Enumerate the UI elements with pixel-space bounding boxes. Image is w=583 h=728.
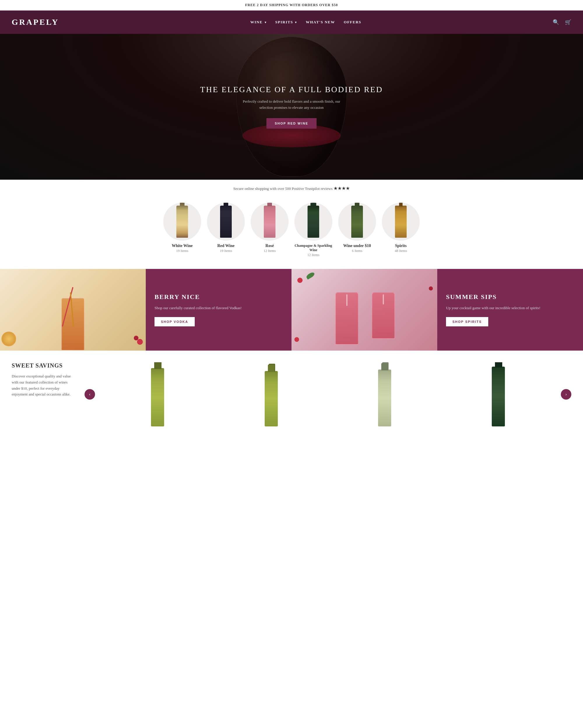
category-name-spirits: Spirits	[395, 243, 407, 248]
promo-berry-nice: BERRY NICE Shop our carefully curated co…	[0, 269, 292, 350]
savings-text: SWEET SAVINGS Discover exceptional quali…	[12, 362, 76, 397]
category-circle-budget-wine	[338, 203, 376, 241]
cart-icon[interactable]: 🛒	[565, 19, 571, 25]
category-red-wine[interactable]: Red Wine 19 Items	[207, 203, 245, 257]
category-name-champagne: Champagne & Sparkling Wine	[295, 243, 332, 252]
header-icons: 🔍 🛒	[553, 19, 571, 25]
promo-summer-sips: SUMMER SIPS Up your cocktail game with o…	[292, 269, 583, 350]
product-card-3[interactable]	[331, 362, 439, 426]
nav-wine[interactable]: WINE ▾	[250, 20, 267, 25]
star-rating: ★★★★	[333, 186, 350, 191]
shop-vodka-button[interactable]: SHOP VODKA	[155, 317, 195, 327]
berry-nice-bg	[0, 269, 146, 350]
product-card-4[interactable]	[445, 362, 552, 426]
promo-summer-sips-desc: Up your cocktail game with our incredibl…	[446, 305, 574, 311]
chevron-down-icon: ▾	[295, 21, 297, 24]
prev-products-button[interactable]: ‹	[85, 389, 95, 399]
nav-whats-new[interactable]: WHAT'S NEW	[306, 20, 335, 25]
promo-berry-nice-title: BERRY NICE	[155, 293, 283, 301]
category-circle-spirits	[382, 203, 420, 241]
category-count-spirits: 48 Items	[395, 249, 407, 253]
hero-title: THE ELEGANCE OF A FULL BODIED RED	[200, 85, 383, 94]
summer-sips-bg	[292, 269, 437, 350]
trust-text: Secure online shopping with over 500 Pos…	[233, 186, 332, 191]
hero-subtitle: Perfectly crafted to deliver bold flavor…	[242, 99, 341, 111]
bottle-rose-icon	[264, 206, 275, 238]
announcement-text: FREE 2 DAY SHIPPING WITH ORDERS OVER $50	[245, 3, 338, 7]
promo-berry-nice-image	[0, 269, 146, 350]
nav-offers[interactable]: OFFERS	[344, 20, 361, 25]
bottle-red-wine-icon	[220, 206, 232, 238]
bottle-budget-icon	[351, 206, 363, 238]
shop-spirits-button[interactable]: SHOP SPIRITS	[446, 317, 488, 327]
category-budget-wine[interactable]: Wine under $10 6 Items	[338, 203, 376, 257]
category-name-red-wine: Red Wine	[218, 243, 235, 248]
category-name-rose: Rosé	[266, 243, 274, 248]
sweet-savings-section: SWEET SAVINGS Discover exceptional quali…	[0, 350, 583, 438]
promo-berry-nice-desc: Shop our carefully curated collection of…	[155, 305, 283, 311]
hero-content: THE ELEGANCE OF A FULL BODIED RED Perfec…	[200, 85, 383, 129]
announcement-bar: FREE 2 DAY SHIPPING WITH ORDERS OVER $50	[0, 0, 583, 10]
promo-summer-sips-text: SUMMER SIPS Up your cocktail game with o…	[437, 269, 583, 350]
chevron-down-icon: ▾	[265, 21, 267, 24]
product-card-1[interactable]	[104, 362, 212, 426]
hero-section: THE ELEGANCE OF A FULL BODIED RED Perfec…	[0, 34, 583, 180]
shop-red-wine-button[interactable]: SHOP RED WINE	[267, 118, 316, 129]
header: GRAPELY WINE ▾ SPIRITS ▾ WHAT'S NEW OFFE…	[0, 10, 583, 34]
category-champagne[interactable]: Champagne & Sparkling Wine 12 Items	[295, 203, 332, 257]
category-name-budget-wine: Wine under $10	[343, 243, 371, 248]
savings-desc: Discover exceptional quality and value w…	[12, 373, 76, 397]
category-spirits[interactable]: Spirits 48 Items	[382, 203, 420, 257]
category-circle-white-wine	[163, 203, 201, 241]
next-products-button[interactable]: ›	[561, 389, 571, 399]
categories-section: White Wine 19 Items Red Wine 19 Items Ro…	[0, 197, 583, 269]
raspberry-drink-2	[372, 292, 395, 339]
category-circle-champagne	[295, 203, 332, 241]
logo[interactable]: GRAPELY	[12, 18, 59, 27]
category-count-white-wine: 19 Items	[176, 249, 188, 253]
main-nav: WINE ▾ SPIRITS ▾ WHAT'S NEW OFFERS	[250, 20, 361, 25]
raspberry-drink-1	[335, 292, 359, 345]
category-count-budget-wine: 6 Items	[352, 249, 362, 253]
savings-title: SWEET SAVINGS	[12, 362, 76, 369]
search-icon[interactable]: 🔍	[553, 19, 559, 25]
promo-berry-nice-text: BERRY NICE Shop our carefully curated co…	[146, 269, 292, 350]
category-rose[interactable]: Rosé 12 Items	[251, 203, 288, 257]
bottle-champagne-icon	[308, 206, 319, 238]
category-count-red-wine: 19 Items	[220, 249, 232, 253]
bottle-spirits-icon	[395, 206, 407, 238]
product-card-2[interactable]	[218, 362, 325, 426]
savings-products-list	[104, 362, 552, 426]
category-circle-red-wine	[207, 203, 245, 241]
promo-section: BERRY NICE Shop our carefully curated co…	[0, 269, 583, 350]
promo-summer-sips-image	[292, 269, 437, 350]
nav-spirits[interactable]: SPIRITS ▾	[275, 20, 297, 25]
category-count-rose: 12 Items	[263, 249, 276, 253]
trust-bar: Secure online shopping with over 500 Pos…	[0, 180, 583, 197]
category-name-white-wine: White Wine	[172, 243, 192, 248]
category-count-champagne: 12 Items	[307, 253, 320, 257]
promo-summer-sips-title: SUMMER SIPS	[446, 293, 574, 301]
bottle-white-wine-icon	[176, 206, 188, 238]
category-white-wine[interactable]: White Wine 19 Items	[163, 203, 201, 257]
category-circle-rose	[251, 203, 288, 241]
